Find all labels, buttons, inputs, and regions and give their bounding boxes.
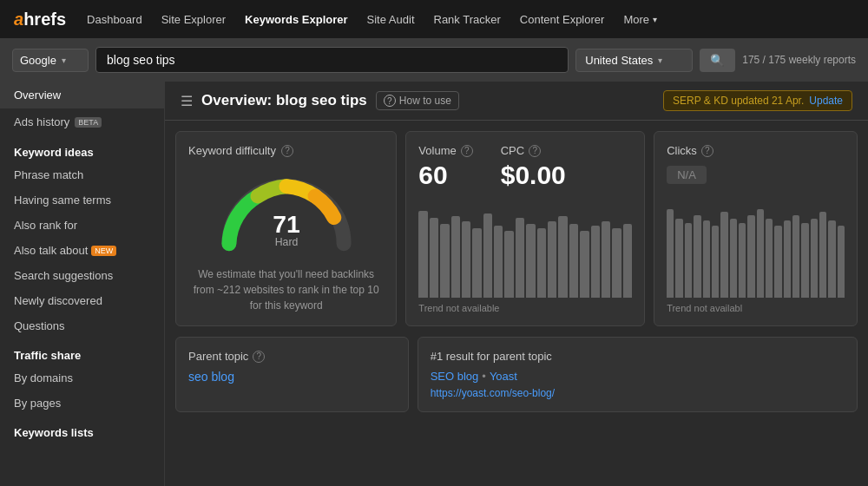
cbar-6 <box>712 226 719 298</box>
content-area: ☰ Overview: blog seo tips ? How to use S… <box>165 82 868 486</box>
cbar-14 <box>784 220 791 298</box>
cbar-20 <box>838 226 845 298</box>
bar-18 <box>602 221 610 299</box>
bar-3 <box>440 224 449 298</box>
cbar-16 <box>801 223 808 298</box>
bar-4 <box>451 216 460 298</box>
nav-more-menu[interactable]: More ▾ <box>615 0 666 38</box>
nav-link-site-explorer[interactable]: Site Explorer <box>153 0 234 38</box>
cbar-18 <box>819 212 826 298</box>
sidebar-item-having-same-terms[interactable]: Having same terms <box>0 187 164 213</box>
cbar-13 <box>774 226 781 298</box>
bar-11 <box>526 224 535 298</box>
sidebar-section-keyword-ideas: Keyword ideas <box>0 135 164 162</box>
cbar-7 <box>720 212 727 298</box>
result-link2[interactable]: Yoast <box>490 370 517 383</box>
nav-link-keywords-explorer[interactable]: Keywords Explorer <box>236 0 357 38</box>
trend2-not-available: Trend not availabl <box>667 303 845 313</box>
result-card: #1 result for parent topic SEO blog • Yo… <box>418 337 858 412</box>
sidebar-item-newly-discovered[interactable]: Newly discovered <box>0 288 164 313</box>
gauge-container: 71 Hard <box>188 164 384 258</box>
serp-update-badge: SERP & KD updated 21 Apr. Update <box>663 90 852 111</box>
update-link[interactable]: Update <box>809 95 843 107</box>
clicks-title: Clicks <box>667 144 697 157</box>
chevron-down-icon: ▾ <box>658 56 662 65</box>
volume-help-icon[interactable]: ? <box>461 145 473 157</box>
sidebar-item-by-domains[interactable]: By domains <box>0 365 164 391</box>
hamburger-icon[interactable]: ☰ <box>181 93 193 109</box>
bar-16 <box>580 231 589 298</box>
sidebar-item-ads-history[interactable]: Ads history BETA <box>0 108 164 135</box>
volume-cpc-card: Volume ? 60 CPC ? $0.00 <box>405 131 645 326</box>
result-url[interactable]: https://yoast.com/seo-blog/ <box>431 387 555 399</box>
search-input[interactable] <box>95 47 569 73</box>
cpc-value: $0.00 <box>501 161 566 190</box>
sidebar-item-questions[interactable]: Questions <box>0 313 164 338</box>
bar-15 <box>569 224 578 298</box>
trend-not-available: Trend not available <box>418 303 632 313</box>
sidebar-item-also-talk-about[interactable]: Also talk about NEW <box>0 238 164 263</box>
kd-help-icon[interactable]: ? <box>281 145 293 157</box>
gauge-svg: 71 Hard <box>213 167 360 254</box>
more-label: More <box>623 13 649 26</box>
bar-6 <box>472 228 481 298</box>
search-icon: 🔍 <box>710 54 725 67</box>
sidebar-item-by-pages[interactable]: By pages <box>0 391 164 416</box>
kd-card-title: Keyword difficulty ? <box>188 144 384 157</box>
question-icon: ? <box>384 95 396 107</box>
bullet-separator: • <box>482 370 486 383</box>
cbar-19 <box>828 220 835 298</box>
overview-header: ☰ Overview: blog seo tips ? How to use S… <box>165 82 868 121</box>
parent-topic-link[interactable]: seo blog <box>188 370 234 384</box>
cards-row: Keyword difficulty ? <box>165 121 868 337</box>
serp-badge-text: SERP & KD updated 21 Apr. <box>673 95 804 107</box>
bar-14 <box>558 216 567 298</box>
logo[interactable]: ahrefs <box>14 10 66 30</box>
parent-topic-help-icon[interactable]: ? <box>253 351 265 363</box>
chevron-down-icon: ▾ <box>653 15 657 24</box>
sidebar-item-also-rank-for[interactable]: Also rank for <box>0 213 164 238</box>
top-nav: ahrefs Dashboard Site Explorer Keywords … <box>0 0 868 38</box>
result-card-title: #1 result for parent topic <box>431 350 845 363</box>
sidebar-item-overview[interactable]: Overview <box>0 82 164 108</box>
cpc-help-icon[interactable]: ? <box>529 145 541 157</box>
cbar-11 <box>757 209 764 298</box>
parent-topic-title: Parent topic <box>188 350 248 363</box>
svg-text:71: 71 <box>273 210 300 238</box>
sidebar-section-traffic-share: Traffic share <box>0 338 164 365</box>
cbar-3 <box>685 223 692 298</box>
clicks-help-icon[interactable]: ? <box>701 145 713 157</box>
cpc-title: CPC <box>501 144 524 157</box>
chevron-down-icon: ▾ <box>62 56 66 65</box>
bar-1 <box>418 211 427 298</box>
nav-link-dashboard[interactable]: Dashboard <box>78 0 151 38</box>
bar-10 <box>516 218 524 298</box>
parent-topic-card: Parent topic ? seo blog <box>175 337 409 412</box>
bar-9 <box>504 231 513 298</box>
nav-link-site-audit[interactable]: Site Audit <box>358 0 424 38</box>
search-button[interactable]: 🔍 <box>700 49 735 72</box>
cbar-8 <box>730 219 737 298</box>
nav-link-content-explorer[interactable]: Content Explorer <box>511 0 614 38</box>
country-selector[interactable]: United States ▾ <box>575 49 693 72</box>
svg-text:Hard: Hard <box>274 236 298 248</box>
keyword-difficulty-card: Keyword difficulty ? <box>175 131 397 326</box>
sidebar: Overview Ads history BETA Keyword ideas … <box>0 82 165 486</box>
help-button[interactable]: ? How to use <box>376 91 459 110</box>
sidebar-item-phrase-match[interactable]: Phrase match <box>0 162 164 187</box>
bar-7 <box>483 213 492 298</box>
bar-12 <box>537 228 546 298</box>
bar-13 <box>548 221 556 299</box>
bar-19 <box>612 228 621 298</box>
clicks-chart <box>667 187 845 298</box>
clicks-card: Clicks ? N/A <box>654 131 858 326</box>
help-label: How to use <box>399 95 451 107</box>
result-link1[interactable]: SEO blog <box>431 370 479 383</box>
sidebar-item-search-suggestions[interactable]: Search suggestions <box>0 263 164 288</box>
bar-17 <box>591 226 600 298</box>
search-engine-selector[interactable]: Google ▾ <box>12 49 89 72</box>
nav-link-rank-tracker[interactable]: Rank Tracker <box>425 0 510 38</box>
cbar-1 <box>667 209 674 298</box>
volume-chart <box>418 195 632 298</box>
main-layout: Overview Ads history BETA Keyword ideas … <box>0 82 868 486</box>
